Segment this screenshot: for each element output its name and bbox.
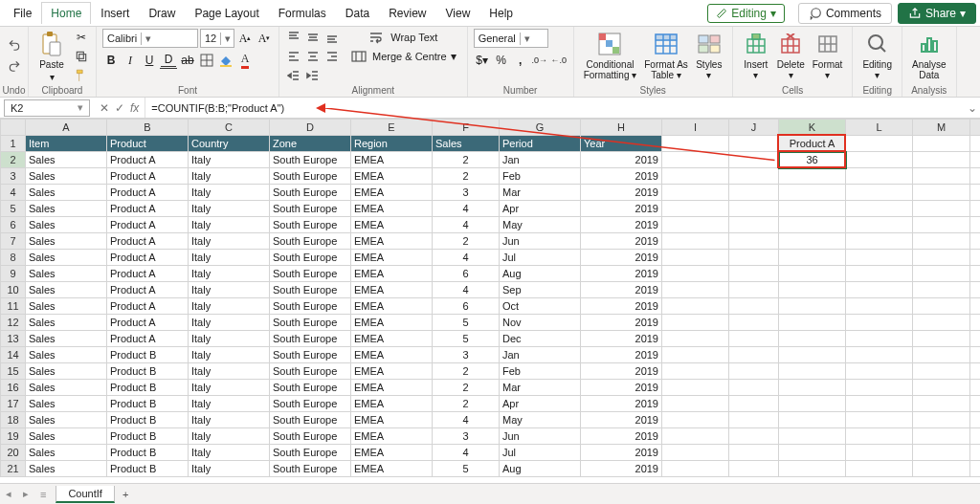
cell[interactable] xyxy=(970,233,981,250)
row-header[interactable]: 4 xyxy=(1,185,26,201)
cell[interactable] xyxy=(846,428,913,445)
cell[interactable]: EMEA xyxy=(351,396,433,412)
column-header-C[interactable]: C xyxy=(189,120,270,136)
cell[interactable]: Sep xyxy=(500,282,581,298)
header-cell[interactable] xyxy=(913,136,970,152)
cell[interactable] xyxy=(662,298,729,315)
cell[interactable] xyxy=(662,185,729,201)
cell[interactable]: Apr xyxy=(500,201,581,217)
cell[interactable]: Italy xyxy=(189,331,270,347)
cell[interactable] xyxy=(846,396,913,412)
cell[interactable] xyxy=(970,331,981,347)
cell[interactable]: Mar xyxy=(500,380,581,396)
cell[interactable]: Product B xyxy=(107,347,189,363)
cell[interactable] xyxy=(779,461,846,477)
name-box[interactable]: K2 ▾ xyxy=(4,99,90,117)
cell[interactable] xyxy=(846,168,913,185)
add-sheet-button[interactable]: + xyxy=(115,489,136,500)
cell[interactable]: EMEA xyxy=(351,331,433,347)
cell[interactable] xyxy=(913,380,970,396)
enter-formula-button[interactable]: ✓ xyxy=(113,101,126,115)
tab-data[interactable]: Data xyxy=(336,2,379,24)
row-header[interactable]: 14 xyxy=(1,347,26,363)
cell[interactable]: 2 xyxy=(433,380,500,396)
row-header[interactable]: 7 xyxy=(1,233,26,250)
cell[interactable] xyxy=(913,201,970,217)
cell[interactable] xyxy=(779,298,846,315)
bold-button[interactable]: B xyxy=(102,52,120,69)
cell[interactable]: EMEA xyxy=(351,445,433,461)
cell[interactable] xyxy=(846,217,913,233)
cell[interactable] xyxy=(779,250,846,266)
cell[interactable] xyxy=(779,396,846,412)
cell[interactable]: 3 xyxy=(433,185,500,201)
cell[interactable]: 2019 xyxy=(581,168,662,185)
cell[interactable]: Sales xyxy=(26,233,107,250)
cell[interactable]: 2019 xyxy=(581,298,662,315)
row-header[interactable]: 13 xyxy=(1,331,26,347)
row-header[interactable]: 12 xyxy=(1,315,26,331)
cell[interactable]: Product A xyxy=(107,282,189,298)
cell[interactable]: 2019 xyxy=(581,445,662,461)
cell[interactable]: EMEA xyxy=(351,363,433,380)
cell[interactable] xyxy=(913,363,970,380)
cell[interactable] xyxy=(913,445,970,461)
cell[interactable] xyxy=(970,363,981,380)
cell[interactable] xyxy=(729,315,779,331)
cell[interactable]: Italy xyxy=(189,461,270,477)
cell[interactable] xyxy=(846,347,913,363)
cell[interactable]: Italy xyxy=(189,201,270,217)
cell[interactable]: 3 xyxy=(433,428,500,445)
cell[interactable]: Italy xyxy=(189,152,270,168)
cell[interactable]: EMEA xyxy=(351,298,433,315)
header-cell[interactable]: Item xyxy=(26,136,107,152)
cell[interactable]: Italy xyxy=(189,266,270,282)
double-underline-button[interactable]: D xyxy=(160,52,177,69)
cell[interactable] xyxy=(913,217,970,233)
cell[interactable]: South Europe xyxy=(270,250,351,266)
cell[interactable]: 4 xyxy=(433,445,500,461)
conditional-formatting-button[interactable]: ConditionalFormatting ▾ xyxy=(580,29,641,82)
format-cells-button[interactable]: Format▾ xyxy=(809,29,847,82)
cell[interactable] xyxy=(662,266,729,282)
cell[interactable]: Apr xyxy=(500,396,581,412)
row-header[interactable]: 11 xyxy=(1,298,26,315)
expand-formula-bar-button[interactable]: ⌄ xyxy=(965,101,980,115)
column-header-N[interactable]: N xyxy=(970,120,981,136)
cell[interactable]: Sales xyxy=(26,380,107,396)
cell[interactable]: Sales xyxy=(26,396,107,412)
cell[interactable]: South Europe xyxy=(270,363,351,380)
cell[interactable]: 36 xyxy=(779,152,846,168)
cell[interactable]: Sales xyxy=(26,168,107,185)
cell[interactable] xyxy=(846,445,913,461)
cell[interactable]: Jun xyxy=(500,233,581,250)
cell[interactable]: Sales xyxy=(26,185,107,201)
cell[interactable] xyxy=(913,282,970,298)
cell[interactable] xyxy=(846,298,913,315)
tab-page-layout[interactable]: Page Layout xyxy=(185,2,268,24)
cell[interactable]: South Europe xyxy=(270,331,351,347)
row-header[interactable]: 18 xyxy=(1,412,26,428)
cell[interactable] xyxy=(729,461,779,477)
cell[interactable]: Jan xyxy=(500,347,581,363)
cell[interactable] xyxy=(729,412,779,428)
cell[interactable] xyxy=(729,217,779,233)
cell[interactable]: Nov xyxy=(500,315,581,331)
cell[interactable]: Italy xyxy=(189,233,270,250)
cell[interactable] xyxy=(662,347,729,363)
cell[interactable]: Product A xyxy=(107,266,189,282)
copy-button[interactable] xyxy=(73,48,90,65)
row-header[interactable]: 15 xyxy=(1,363,26,380)
cell[interactable]: Italy xyxy=(189,412,270,428)
cell[interactable] xyxy=(779,168,846,185)
cell[interactable]: Product B xyxy=(107,445,189,461)
row-header[interactable]: 1 xyxy=(1,136,26,152)
cell[interactable] xyxy=(846,412,913,428)
cell[interactable] xyxy=(970,396,981,412)
cell[interactable] xyxy=(729,445,779,461)
cell[interactable] xyxy=(662,396,729,412)
cell[interactable]: Italy xyxy=(189,347,270,363)
cell[interactable] xyxy=(779,380,846,396)
cell[interactable]: Italy xyxy=(189,217,270,233)
cell[interactable]: Italy xyxy=(189,363,270,380)
